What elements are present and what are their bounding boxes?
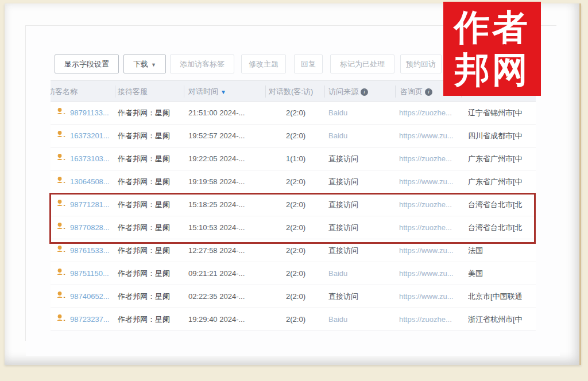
visit-source: Baidu	[328, 308, 390, 331]
table-row[interactable]: 16373103... 作者邦网：星阑 19:22:05 2024-... 1(…	[51, 147, 536, 170]
chat-count: 1(1:0)	[270, 147, 322, 170]
display-fields-settings-button[interactable]: 显示字段设置	[55, 55, 119, 73]
visitor-add-icon	[53, 308, 69, 321]
consult-page-link[interactable]: https://www.zu...	[399, 239, 463, 262]
header-label: 咨询页	[400, 87, 423, 96]
button-label: 显示字段设置	[64, 60, 109, 68]
visitor-id-link[interactable]: 98770828...	[70, 216, 118, 239]
agent-name: 作者邦网：星阑	[118, 125, 187, 147]
visit-source: 直接访问	[328, 239, 390, 262]
chat-time: 19:52:57 2024-...	[188, 125, 268, 147]
table-row[interactable]: 98770828... 作者邦网：星阑 15:10:53 2024-... 2(…	[51, 216, 536, 239]
chat-time: 15:18:25 2024-...	[188, 193, 268, 216]
agent-name: 作者邦网：星阑	[118, 102, 187, 125]
consult-page-link[interactable]: https://www.zu...	[399, 170, 463, 193]
visit-source: Baidu	[328, 262, 390, 285]
chat-count: 2(2:0)	[270, 285, 322, 308]
consult-page-link[interactable]: https://www.zu...	[399, 285, 463, 308]
chat-time: 19:19:58 2024-...	[188, 170, 268, 193]
agent-name: 作者邦网：星阑	[118, 147, 187, 170]
visitor-id-link[interactable]: 98791133...	[70, 102, 118, 125]
table-row[interactable]: 98723237... 作者邦网：星阑 19:29:40 2024-... 2(…	[51, 308, 536, 331]
chat-count: 2(2:0)	[270, 262, 322, 285]
chat-count: 2(2:0)	[270, 216, 322, 239]
schedule-callback-button[interactable]: 预约回访	[400, 55, 442, 73]
agent-name: 作者邦网：星阑	[118, 262, 187, 285]
add-visitor-tag-button[interactable]: 添加访客标签	[170, 55, 234, 73]
agent-name: 作者邦网：星阑	[118, 239, 187, 262]
consult-page-link[interactable]: https://zuozhe...	[399, 102, 463, 125]
agent-name: 作者邦网：星阑	[118, 170, 187, 193]
visit-source: Baidu	[328, 125, 390, 147]
consult-page-link[interactable]: https://zuozhe...	[399, 193, 463, 216]
button-label: 预约回访	[406, 60, 436, 68]
chat-count: 2(2:0)	[270, 239, 322, 262]
header-separator	[265, 85, 266, 98]
chat-count: 2(2:0)	[270, 308, 322, 331]
visitor-id-link[interactable]: 98771281...	[70, 193, 118, 216]
header-separator	[115, 85, 115, 98]
info-icon[interactable]: i	[425, 88, 432, 96]
visitor-region: 广东省广州市[中	[468, 147, 536, 170]
table-row[interactable]: 98740652... 作者邦网：星阑 02:22:35 2024-... 2(…	[51, 285, 536, 308]
consult-page-link[interactable]: https://www.zu...	[399, 262, 463, 285]
zuozhebang-logo: 作者 邦网	[443, 2, 541, 96]
visitor-id-link[interactable]: 98723237...	[70, 308, 118, 331]
button-label: 回复	[301, 60, 316, 68]
header-visitor-name: 访客名称	[51, 81, 78, 102]
visitor-add-icon	[53, 285, 69, 298]
visitor-id-link[interactable]: 13064508...	[70, 170, 118, 193]
visitor-region: 台湾省台北市[北	[468, 193, 536, 216]
chat-time: 02:22:35 2024-...	[188, 285, 268, 308]
chat-count: 2(2:0)	[270, 193, 322, 216]
header-consult-page: 咨询页i	[400, 81, 432, 102]
table-row[interactable]: 13064508... 作者邦网：星阑 19:19:58 2024-... 2(…	[51, 170, 536, 193]
consult-page-link[interactable]: https://zuozhe...	[399, 147, 463, 170]
chat-time: 12:27:58 2024-...	[188, 239, 268, 262]
agent-name: 作者邦网：星阑	[118, 285, 187, 308]
visitor-add-icon	[53, 216, 69, 229]
visitor-add-icon	[53, 170, 69, 183]
table-row[interactable]: 16373201... 作者邦网：星阑 19:52:57 2024-... 2(…	[51, 125, 536, 147]
visitor-region: 四川省成都市[中	[468, 125, 536, 147]
chat-time: 15:10:53 2024-...	[188, 216, 268, 239]
visit-source: 直接访问	[328, 170, 390, 193]
chat-time: 09:21:21 2024-...	[188, 262, 268, 285]
chat-count: 2(2:0)	[270, 170, 322, 193]
consult-page-link[interactable]: https://www.zu...	[399, 125, 463, 147]
visitor-region: 广东省广州市[中	[468, 170, 536, 193]
chat-time: 19:22:05 2024-...	[188, 147, 268, 170]
visitor-region: 北京市[中国联通	[468, 285, 536, 308]
visitor-region: 美国	[468, 262, 536, 285]
header-label: 对话时间	[188, 87, 218, 96]
table-row[interactable]: 98751150... 作者邦网：星阑 09:21:21 2024-... 2(…	[51, 262, 536, 285]
info-icon[interactable]: i	[361, 88, 368, 96]
table-row[interactable]: 98761533... 作者邦网：星阑 12:27:58 2024-... 2(…	[51, 239, 536, 262]
table-row[interactable]: 98771281... 作者邦网：星阑 15:18:25 2024-... 2(…	[51, 193, 536, 216]
visitor-region: 台湾省台北市[北	[468, 216, 536, 239]
chat-count: 2(2:0)	[270, 125, 322, 147]
sort-desc-icon[interactable]: ▼	[220, 89, 226, 95]
visitor-id-link[interactable]: 98761533...	[70, 239, 118, 262]
reply-button[interactable]: 回复	[294, 55, 323, 73]
button-label: 下载	[133, 60, 148, 68]
logo-text-line2: 邦网	[454, 49, 530, 91]
visitor-id-link[interactable]: 98740652...	[70, 285, 118, 308]
mark-processed-button[interactable]: 标记为已处理	[330, 55, 394, 73]
header-label: 访问来源	[328, 87, 358, 96]
visitor-id-link[interactable]: 16373201...	[70, 125, 118, 147]
header-visit-source: 访问来源i	[328, 81, 368, 102]
download-button[interactable]: 下载▼	[123, 55, 166, 73]
header-chat-time[interactable]: 对话时间▼	[188, 81, 226, 102]
visit-source: Baidu	[328, 102, 390, 125]
visitor-add-icon	[53, 147, 69, 160]
visitor-id-link[interactable]: 16373103...	[70, 147, 118, 170]
table-row[interactable]: 98791133... 作者邦网：星阑 21:51:00 2024-... 2(…	[51, 102, 536, 125]
modify-topic-button[interactable]: 修改主题	[241, 55, 286, 73]
visitor-add-icon	[53, 125, 69, 137]
visitor-id-link[interactable]: 98751150...	[70, 262, 118, 285]
logo-text-line1: 作者	[454, 6, 530, 49]
visit-source: 直接访问	[328, 216, 390, 239]
consult-page-link[interactable]: https://zuozhe...	[399, 308, 463, 331]
consult-page-link[interactable]: https://zuozhe...	[399, 216, 463, 239]
